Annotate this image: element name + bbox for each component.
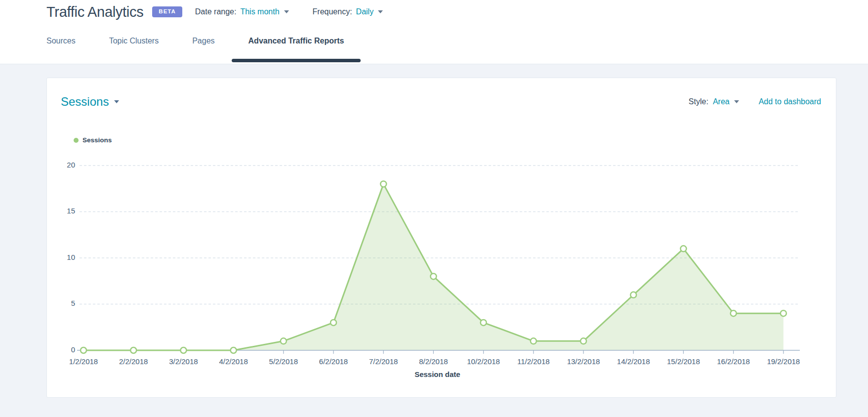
chart-marker[interactable] <box>281 338 287 344</box>
x-tick-label: 4/2/2018 <box>219 357 248 366</box>
style-select[interactable]: Style: Area <box>689 97 739 106</box>
date-range-value[interactable]: This month <box>240 7 279 16</box>
x-tick-label: 3/2/2018 <box>169 357 198 366</box>
tab-advanced-traffic-reports[interactable]: Advanced Traffic Reports <box>232 37 361 62</box>
date-range-select[interactable]: Date range: This month <box>195 7 289 16</box>
style-label: Style: <box>689 97 708 106</box>
x-axis-title: Session date <box>414 370 460 378</box>
chart-marker[interactable] <box>430 273 436 279</box>
y-tick-label: 20 <box>67 161 75 169</box>
x-tick-label: 2/2/2018 <box>119 357 148 366</box>
chart-marker[interactable] <box>331 320 336 326</box>
chart-marker[interactable] <box>130 347 136 353</box>
date-range-label: Date range: <box>195 7 237 16</box>
style-value[interactable]: Area <box>713 97 730 106</box>
add-to-dashboard-link[interactable]: Add to dashboard <box>759 97 821 106</box>
y-tick-label: 15 <box>67 207 75 215</box>
chart-area <box>83 184 784 350</box>
beta-badge: BETA <box>152 6 182 17</box>
x-tick-label: 5/2/2018 <box>269 357 298 366</box>
x-tick-label: 19/2/2018 <box>767 357 800 366</box>
report-card: Sessions Style: Area Add to dashboard Se… <box>46 78 836 398</box>
x-tick-label: 11/2/2018 <box>517 357 550 366</box>
sessions-area-chart: 051015201/2/20182/2/20183/2/20184/2/2018… <box>61 149 822 378</box>
chart-marker[interactable] <box>380 181 386 187</box>
title-row: Traffic Analytics BETA Date range: This … <box>0 0 868 22</box>
tab-pages[interactable]: Pages <box>175 37 231 62</box>
chevron-down-icon <box>734 100 739 103</box>
x-tick-label: 1/2/2018 <box>69 357 98 366</box>
x-tick-label: 10/2/2018 <box>467 357 500 366</box>
legend-dot-icon <box>74 138 79 143</box>
chart-marker[interactable] <box>781 310 786 316</box>
chevron-down-icon <box>378 10 383 13</box>
legend-item-sessions[interactable]: Sessions <box>83 136 112 144</box>
x-tick-label: 7/2/2018 <box>369 357 398 366</box>
page-body: Sessions Style: Area Add to dashboard Se… <box>0 64 868 412</box>
chart-marker[interactable] <box>481 320 487 326</box>
page-header: Traffic Analytics BETA Date range: This … <box>0 0 868 64</box>
tab-bar: Sources Topic Clusters Pages Advanced Tr… <box>30 37 868 62</box>
y-tick-label: 5 <box>71 299 75 307</box>
y-tick-label: 0 <box>71 345 75 354</box>
frequency-value[interactable]: Daily <box>356 7 374 16</box>
chart-wrap: 051015201/2/20182/2/20183/2/20184/2/2018… <box>61 149 821 380</box>
x-tick-label: 13/2/2018 <box>567 357 600 366</box>
report-type-dropdown[interactable]: Sessions <box>61 95 119 109</box>
chart-marker[interactable] <box>680 246 686 251</box>
chevron-down-icon <box>284 10 289 13</box>
report-title-text: Sessions <box>61 95 109 109</box>
page-title: Traffic Analytics <box>46 4 143 20</box>
x-tick-label: 14/2/2018 <box>617 357 650 366</box>
report-card-controls: Style: Area Add to dashboard <box>689 97 821 106</box>
x-tick-label: 6/2/2018 <box>319 357 348 366</box>
chart-marker[interactable] <box>580 338 586 344</box>
chart-marker[interactable] <box>630 292 636 298</box>
tab-sources[interactable]: Sources <box>30 37 92 62</box>
x-tick-label: 16/2/2018 <box>717 357 750 366</box>
x-tick-label: 15/2/2018 <box>667 357 700 366</box>
chart-marker[interactable] <box>531 338 537 344</box>
tab-topic-clusters[interactable]: Topic Clusters <box>92 37 175 62</box>
chevron-down-icon <box>114 100 119 103</box>
chart-marker[interactable] <box>231 347 237 353</box>
chart-marker[interactable] <box>731 310 737 316</box>
frequency-label: Frequency: <box>313 7 352 16</box>
y-tick-label: 10 <box>67 253 75 261</box>
chart-marker[interactable] <box>81 347 86 353</box>
x-tick-label: 8/2/2018 <box>419 357 448 366</box>
frequency-select[interactable]: Frequency: Daily <box>313 7 383 16</box>
report-card-header: Sessions Style: Area Add to dashboard <box>61 93 821 109</box>
chart-legend: Sessions <box>74 136 821 144</box>
chart-marker[interactable] <box>180 347 186 353</box>
